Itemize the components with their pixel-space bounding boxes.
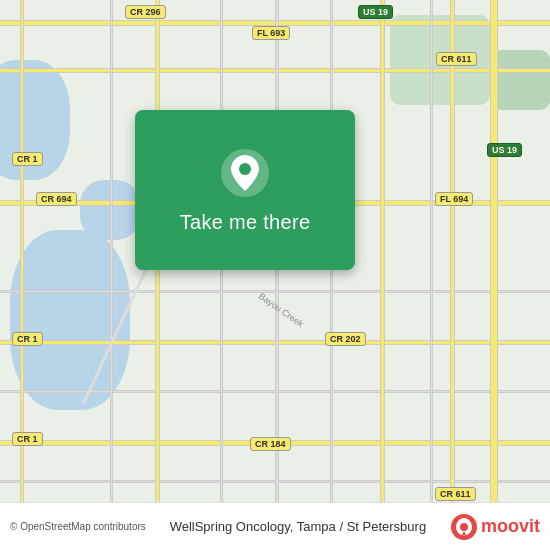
place-info: WellSpring Oncology, Tampa / St Petersbu… [146, 519, 450, 534]
road-v-3 [275, 0, 279, 550]
moovit-icon [450, 513, 478, 541]
road-v-cr611 [450, 0, 455, 550]
moovit-logo: moovit [450, 513, 540, 541]
road-v-4 [380, 0, 385, 550]
road-v-us19 [490, 0, 498, 550]
label-us19-mid: US 19 [487, 143, 522, 157]
take-me-there-button[interactable]: Take me there [135, 110, 355, 270]
label-cr1-bl: CR 1 [12, 332, 43, 346]
moovit-text: moovit [481, 516, 540, 537]
road-v-2 [155, 0, 160, 550]
green-area-2 [490, 50, 550, 110]
label-cr296: CR 296 [125, 5, 166, 19]
label-us19-top: US 19 [358, 5, 393, 19]
label-cr1-left: CR 1 [12, 152, 43, 166]
location-pin-icon [219, 147, 271, 199]
road-v-1 [20, 0, 24, 550]
road-v-7 [430, 0, 433, 550]
label-cr611-bot: CR 611 [435, 487, 476, 501]
button-label: Take me there [180, 211, 311, 234]
label-cr611-top: CR 611 [436, 52, 477, 66]
label-fl694: FL 694 [435, 192, 473, 206]
label-cr1-bottom: CR 1 [12, 432, 43, 446]
road-v-5 [220, 0, 223, 550]
label-fl693: FL 693 [252, 26, 290, 40]
svg-point-3 [460, 523, 468, 531]
map-container: Bayou Creek CR 296 US 19 FL 693 CR 611 U… [0, 0, 550, 550]
osm-credit: © OpenStreetMap contributors [10, 521, 146, 532]
bottom-bar: © OpenStreetMap contributors WellSpring … [0, 502, 550, 550]
label-cr184: CR 184 [250, 437, 291, 451]
label-cr694: CR 694 [36, 192, 77, 206]
svg-point-1 [239, 163, 251, 175]
label-cr202: CR 202 [325, 332, 366, 346]
road-v-8 [110, 0, 113, 550]
road-v-6 [330, 0, 333, 550]
